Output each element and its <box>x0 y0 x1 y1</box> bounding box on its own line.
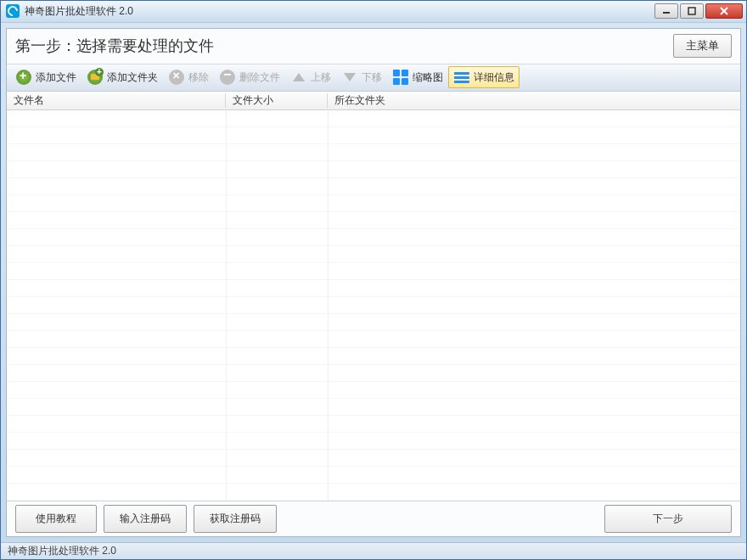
move-down-label: 下移 <box>362 70 382 85</box>
next-button[interactable]: 下一步 <box>604 505 732 533</box>
title-bar: 神奇图片批处理软件 2.0 <box>1 1 746 23</box>
column-name[interactable]: 文件名 <box>7 93 226 108</box>
file-table: 文件名 文件大小 所在文件夹 <box>7 92 740 501</box>
main-menu-button[interactable]: 主菜单 <box>673 34 732 58</box>
delete-file-button[interactable]: 删除文件 <box>214 66 285 88</box>
remove-icon <box>168 69 185 86</box>
details-view-button[interactable]: 详细信息 <box>448 66 520 88</box>
add-folder-icon <box>87 69 104 86</box>
status-text: 神奇图片批处理软件 2.0 <box>8 544 116 558</box>
thumbnail-view-button[interactable]: 缩略图 <box>387 66 448 88</box>
column-size[interactable]: 文件大小 <box>226 93 328 108</box>
remove-label: 移除 <box>188 70 209 85</box>
app-window: 神奇图片批处理软件 2.0 第一步：选择需要处理的文件 主菜单 添加文件 <box>0 0 747 560</box>
add-folder-label: 添加文件夹 <box>107 70 158 85</box>
thumbnail-icon <box>392 69 409 86</box>
thumbnail-label: 缩略图 <box>413 70 443 85</box>
tutorial-button[interactable]: 使用教程 <box>15 505 97 533</box>
minimize-icon <box>662 7 671 15</box>
table-body[interactable] <box>7 110 740 501</box>
window-title: 神奇图片批处理软件 2.0 <box>25 4 654 19</box>
close-icon <box>719 7 729 15</box>
add-folder-button[interactable]: 添加文件夹 <box>81 66 163 88</box>
delete-file-icon <box>219 69 236 86</box>
add-file-button[interactable]: 添加文件 <box>10 66 81 88</box>
maximize-button[interactable] <box>680 3 704 19</box>
add-file-label: 添加文件 <box>36 70 76 85</box>
step-title: 第一步：选择需要处理的文件 <box>15 36 673 56</box>
bottom-bar: 使用教程 输入注册码 获取注册码 下一步 <box>7 501 740 536</box>
add-file-icon <box>15 69 32 86</box>
window-controls <box>654 3 743 19</box>
move-up-button[interactable]: 上移 <box>285 66 336 88</box>
delete-file-label: 删除文件 <box>239 70 280 85</box>
enter-key-button[interactable]: 输入注册码 <box>104 505 187 533</box>
step-header: 第一步：选择需要处理的文件 主菜单 <box>7 29 740 64</box>
status-bar: 神奇图片批处理软件 2.0 <box>1 542 746 559</box>
move-down-button[interactable]: 下移 <box>336 66 387 88</box>
list-icon <box>453 69 470 86</box>
maximize-icon <box>688 7 696 15</box>
details-label: 详细信息 <box>474 70 514 85</box>
arrow-up-icon <box>290 69 307 86</box>
arrow-down-icon <box>341 69 358 86</box>
minimize-button[interactable] <box>654 3 678 19</box>
remove-button[interactable]: 移除 <box>163 66 214 88</box>
column-folder[interactable]: 所在文件夹 <box>328 93 740 108</box>
app-icon <box>6 4 20 18</box>
column-divider <box>226 110 227 501</box>
close-button[interactable] <box>705 3 743 19</box>
svg-rect-1 <box>688 8 695 14</box>
table-header: 文件名 文件大小 所在文件夹 <box>7 92 740 110</box>
get-key-button[interactable]: 获取注册码 <box>194 505 277 533</box>
column-divider <box>328 110 329 501</box>
move-up-label: 上移 <box>311 70 331 85</box>
toolbar: 添加文件 添加文件夹 移除 删除文件 上移 下移 <box>7 64 740 92</box>
content-area: 第一步：选择需要处理的文件 主菜单 添加文件 添加文件夹 移除 删除文件 <box>6 28 741 537</box>
